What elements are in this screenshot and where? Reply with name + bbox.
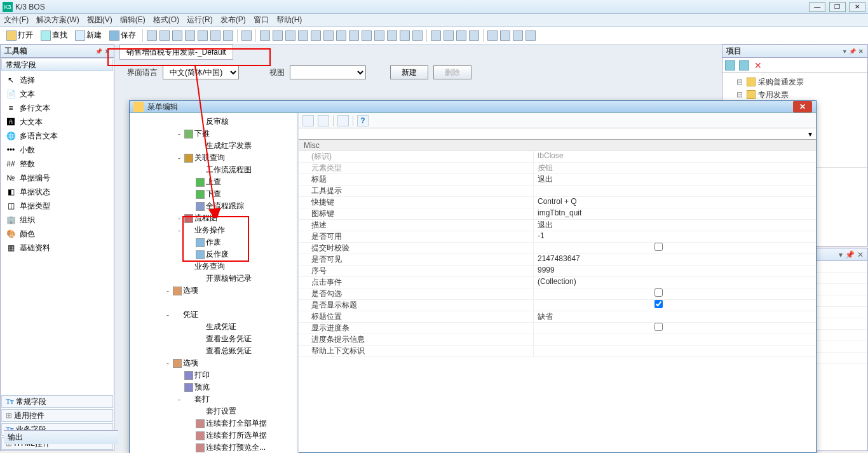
property-row[interactable]: 元素类型按钮: [299, 163, 816, 174]
expand-icon[interactable]: -: [175, 395, 183, 404]
toolbox-item[interactable]: ◫单据类型: [2, 199, 112, 213]
property-row[interactable]: 快捷键Control + Q: [299, 197, 816, 208]
menu-tree-node[interactable]: -业务操作: [130, 224, 297, 236]
find-button[interactable]: 查找: [38, 29, 70, 42]
toolbar-icon[interactable]: [147, 30, 157, 41]
toolbox-item[interactable]: ↖选择: [2, 73, 112, 87]
toolbox-item[interactable]: 🅰大文本: [2, 115, 112, 129]
toolbar-icon[interactable]: [513, 30, 523, 41]
property-row[interactable]: 工具提示: [299, 186, 816, 197]
property-row[interactable]: 描述退出: [299, 220, 816, 231]
property-row[interactable]: 序号9999: [299, 266, 816, 277]
property-row[interactable]: 提交时校验: [299, 243, 816, 254]
property-row[interactable]: 标题退出: [299, 174, 816, 186]
property-value[interactable]: [534, 243, 816, 254]
toolbar-icon[interactable]: [298, 30, 308, 41]
dialog-titlebar[interactable]: 菜单编辑 ✕: [130, 101, 816, 113]
property-row[interactable]: 显示进度条: [299, 323, 816, 334]
toolbar-icon[interactable]: [172, 30, 182, 41]
menu-tree-node[interactable]: 开票核销记录: [130, 273, 297, 285]
toolbox-item[interactable]: 🎨颜色: [2, 227, 112, 241]
toolbar-icon[interactable]: [456, 30, 466, 41]
menu-tree-node[interactable]: 查看总账凭证: [130, 345, 297, 357]
toolbox-item[interactable]: ◧单据状态: [2, 185, 112, 199]
property-page-icon[interactable]: [337, 115, 349, 126]
toolbar-icon[interactable]: [349, 30, 359, 41]
property-checkbox[interactable]: [654, 288, 663, 297]
menu-help[interactable]: 帮助(H): [276, 15, 302, 25]
expand-icon[interactable]: -: [164, 359, 172, 368]
toolbox-item[interactable]: 🏢组织: [2, 213, 112, 227]
property-value[interactable]: 退出: [534, 174, 816, 185]
menu-tree-node[interactable]: 全流程跟踪: [130, 200, 297, 212]
expand-icon[interactable]: -: [164, 287, 172, 295]
menu-tree-node[interactable]: 生成凭证: [130, 321, 297, 333]
maximize-button[interactable]: ❐: [829, 2, 846, 12]
pin-icon[interactable]: 📌: [95, 48, 102, 55]
toolbox-category[interactable]: 常规字段: [1, 58, 113, 71]
menu-edit[interactable]: 编辑(E): [120, 15, 146, 25]
menu-tree-node[interactable]: -套打: [130, 393, 297, 405]
property-value[interactable]: 按钮: [534, 163, 816, 173]
toolbox-section[interactable]: Tт 常规字段: [1, 395, 113, 408]
open-button[interactable]: 打开: [4, 29, 36, 42]
property-row[interactable]: (标识)tbClose: [299, 151, 816, 163]
menu-tree[interactable]: 反审核-下推生成红字发票-关联查询工作流流程图上查下查全流程跟踪-流程图-业务操…: [130, 113, 299, 453]
menu-tree-node[interactable]: 业务查询: [130, 260, 297, 273]
toolbar-icon[interactable]: [273, 30, 283, 41]
menu-tree-node[interactable]: [130, 297, 297, 309]
toolbar-icon[interactable]: [241, 30, 252, 41]
property-value[interactable]: Control + Q: [534, 197, 816, 208]
toolbox-item[interactable]: ##整数: [2, 157, 112, 171]
menu-tree-node[interactable]: -关联查询: [130, 152, 297, 164]
property-value[interactable]: 2147483647: [534, 254, 816, 265]
toolbox-item[interactable]: 📄文本: [2, 87, 112, 101]
delete-icon[interactable]: ✕: [753, 60, 763, 71]
copy-icon[interactable]: [739, 60, 749, 71]
menu-file[interactable]: 文件(F): [4, 15, 29, 25]
expand-icon[interactable]: -: [164, 311, 172, 320]
toolbar-icon[interactable]: [210, 30, 220, 41]
menu-tree-node[interactable]: 查看业务凭证: [130, 333, 297, 345]
new-view-button[interactable]: 新建: [390, 65, 428, 79]
pin-icon[interactable]: 📌: [845, 250, 855, 259]
property-value[interactable]: [534, 346, 816, 356]
output-panel-header[interactable]: 输出: [4, 430, 118, 444]
sort-icon[interactable]: [318, 115, 329, 126]
close-icon[interactable]: ✕: [858, 48, 864, 55]
property-row[interactable]: 进度条提示信息: [299, 334, 816, 346]
save-button[interactable]: 保存: [107, 29, 139, 42]
toolbox-item[interactable]: 🌐多语言文本: [2, 129, 112, 143]
menu-tree-node[interactable]: -选项: [130, 285, 297, 297]
toolbar-icon[interactable]: [159, 30, 170, 41]
menu-tree-node[interactable]: 套打设置: [130, 405, 297, 417]
property-row[interactable]: 是否可见2147483647: [299, 254, 816, 266]
expand-icon[interactable]: -: [175, 226, 183, 235]
property-value[interactable]: 缺省: [534, 311, 816, 322]
toolbar-icon[interactable]: [374, 30, 384, 41]
property-value[interactable]: imgTbtn_quit: [534, 208, 816, 219]
property-row[interactable]: 帮助上下文标识: [299, 346, 816, 357]
project-tree-node[interactable]: ⊟采购普通发票: [725, 76, 865, 88]
toolbar-icon[interactable]: [412, 30, 423, 41]
toolbox-item[interactable]: ▦基础资料: [2, 241, 112, 255]
dropdown-icon[interactable]: ▾: [843, 48, 846, 55]
property-value[interactable]: [534, 300, 816, 311]
property-value[interactable]: [534, 288, 816, 299]
menu-tree-node[interactable]: 预览: [130, 381, 297, 393]
menu-view[interactable]: 视图(V): [87, 15, 112, 25]
menu-tree-node[interactable]: 下查: [130, 188, 297, 200]
close-icon[interactable]: ✕: [105, 48, 110, 55]
expand-icon[interactable]: -: [175, 154, 183, 163]
property-grid[interactable]: ▾ Misc (标识)tbClose元素类型按钮标题退出工具提示快捷键Contr…: [299, 128, 816, 453]
toolbar-icon[interactable]: [487, 30, 498, 41]
property-checkbox[interactable]: [654, 300, 663, 308]
toolbox-item[interactable]: •••小数: [2, 143, 112, 157]
toolbar-icon[interactable]: [198, 30, 208, 41]
menu-tree-node[interactable]: 连续套打全部单据: [130, 417, 297, 429]
property-value[interactable]: [534, 323, 816, 334]
menu-tree-node[interactable]: 工作流流程图: [130, 164, 297, 176]
menu-tree-node[interactable]: 生成红字发票: [130, 140, 297, 152]
toolbar-icon[interactable]: [285, 30, 295, 41]
menu-run[interactable]: 运行(R): [187, 15, 213, 25]
